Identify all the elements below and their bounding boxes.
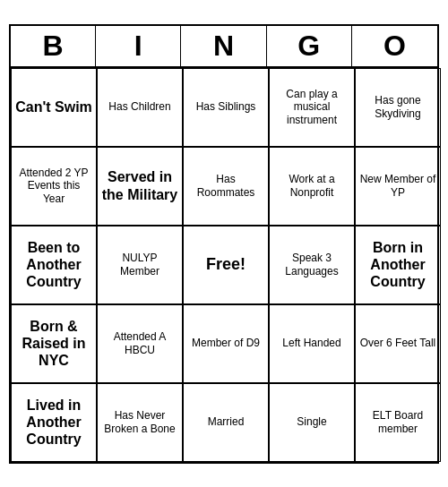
bingo-cell-7[interactable]: Has Roommates [183, 147, 269, 226]
bingo-cell-8[interactable]: Work at a Nonprofit [269, 147, 355, 226]
bingo-cell-12[interactable]: Free! [183, 226, 269, 304]
bingo-cell-5[interactable]: Attended 2 YP Events this Year [11, 147, 97, 226]
bingo-cell-22[interactable]: Married [183, 383, 269, 462]
bingo-cell-11[interactable]: NULYP Member [97, 226, 183, 304]
bingo-cell-2[interactable]: Has Siblings [183, 68, 269, 147]
bingo-cell-13[interactable]: Speak 3 Languages [269, 226, 355, 304]
bingo-cell-21[interactable]: Has Never Broken a Bone [97, 383, 183, 462]
bingo-card: BINGO Can't SwimHas ChildrenHas Siblings… [9, 24, 439, 464]
bingo-cell-9[interactable]: New Member of YP [355, 147, 441, 226]
bingo-cell-17[interactable]: Member of D9 [183, 304, 269, 383]
bingo-cell-1[interactable]: Has Children [97, 68, 183, 147]
bingo-cell-18[interactable]: Left Handed [269, 304, 355, 383]
header-letter-g: G [267, 26, 352, 66]
bingo-grid: Can't SwimHas ChildrenHas SiblingsCan pl… [11, 68, 437, 462]
bingo-cell-3[interactable]: Can play a musical instrument [269, 68, 355, 147]
bingo-cell-19[interactable]: Over 6 Feet Tall [355, 304, 441, 383]
header-letter-i: I [96, 26, 181, 66]
bingo-cell-4[interactable]: Has gone Skydiving [355, 68, 441, 147]
bingo-cell-10[interactable]: Been to Another Country [11, 226, 97, 304]
bingo-cell-0[interactable]: Can't Swim [11, 68, 97, 147]
bingo-header: BINGO [11, 26, 437, 68]
bingo-cell-24[interactable]: ELT Board member [355, 383, 441, 462]
bingo-cell-14[interactable]: Born in Another Country [355, 226, 441, 304]
header-letter-b: B [11, 26, 96, 66]
bingo-cell-20[interactable]: Lived in Another Country [11, 383, 97, 462]
bingo-cell-23[interactable]: Single [269, 383, 355, 462]
bingo-cell-15[interactable]: Born & Raised in NYC [11, 304, 97, 383]
bingo-cell-6[interactable]: Served in the Military [97, 147, 183, 226]
bingo-cell-16[interactable]: Attended A HBCU [97, 304, 183, 383]
header-letter-n: N [181, 26, 266, 66]
header-letter-o: O [352, 26, 437, 66]
